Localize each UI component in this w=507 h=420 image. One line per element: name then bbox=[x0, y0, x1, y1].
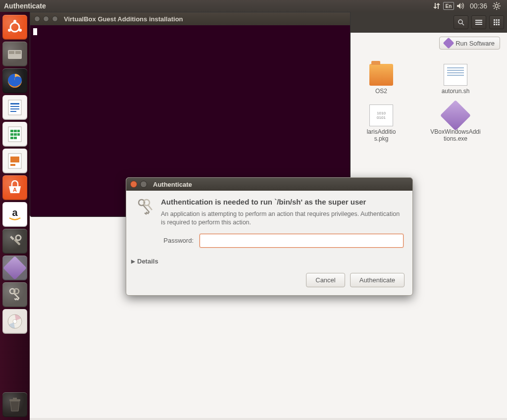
close-icon[interactable] bbox=[34, 16, 40, 22]
svg-point-16 bbox=[8, 74, 22, 88]
authenticate-dialog: Authenticate Authentication is needed to… bbox=[126, 177, 413, 296]
clock[interactable]: 00:36 bbox=[467, 2, 490, 10]
svg-point-0 bbox=[495, 4, 498, 7]
svg-line-7 bbox=[494, 8, 495, 9]
network-icon[interactable] bbox=[430, 0, 443, 12]
svg-point-10 bbox=[13, 20, 16, 23]
cursor-icon bbox=[33, 28, 37, 35]
run-software-label: Run Software bbox=[456, 40, 495, 47]
password-input[interactable] bbox=[200, 234, 404, 248]
launcher-vbox-disc[interactable] bbox=[2, 256, 27, 280]
svg-rect-33 bbox=[10, 164, 15, 166]
svg-line-6 bbox=[499, 8, 500, 9]
svg-point-38 bbox=[14, 289, 19, 294]
svg-rect-56 bbox=[498, 24, 500, 25]
file-item-vboxwin[interactable]: VBoxWindowsAddi tions.exe bbox=[421, 105, 490, 142]
svg-rect-23 bbox=[10, 130, 13, 132]
svg-rect-30 bbox=[14, 137, 17, 139]
file-label: autorun.sh bbox=[442, 88, 470, 95]
svg-line-44 bbox=[462, 23, 464, 25]
launcher-dash[interactable] bbox=[2, 15, 27, 40]
svg-rect-15 bbox=[15, 51, 21, 54]
file-label: VBoxWindowsAddi tions.exe bbox=[430, 128, 480, 142]
volume-icon[interactable] bbox=[454, 0, 467, 12]
svg-rect-18 bbox=[10, 103, 19, 105]
active-app-title: Authenticate bbox=[4, 2, 46, 10]
launcher-calc[interactable] bbox=[2, 122, 27, 147]
svg-rect-51 bbox=[494, 22, 495, 23]
file-grid: OS2 autorun.sh 10100101 larisAdditio s.p… bbox=[347, 64, 490, 142]
keyboard-indicator[interactable]: En bbox=[443, 2, 454, 10]
file-label: larisAdditio s.pkg bbox=[367, 128, 396, 142]
svg-rect-32 bbox=[10, 157, 19, 162]
launcher-disc[interactable] bbox=[2, 309, 27, 334]
file-item-pkg[interactable]: 10100101 larisAdditio s.pkg bbox=[347, 105, 416, 142]
svg-rect-42 bbox=[13, 398, 17, 399]
desktop: Run Software OS2 autorun.sh 10100101 lar… bbox=[30, 12, 507, 420]
exe-icon bbox=[444, 105, 467, 126]
search-icon[interactable] bbox=[454, 15, 468, 29]
svg-rect-31 bbox=[8, 154, 21, 168]
details-label: Details bbox=[137, 258, 158, 265]
file-item-autorun[interactable]: autorun.sh bbox=[421, 64, 490, 95]
launcher-settings[interactable] bbox=[2, 229, 27, 254]
svg-rect-55 bbox=[496, 24, 498, 25]
svg-rect-22 bbox=[8, 127, 21, 142]
launcher: A a bbox=[0, 12, 30, 420]
launcher-files[interactable] bbox=[2, 42, 27, 66]
run-software-button[interactable]: Run Software bbox=[439, 37, 500, 50]
launcher-software[interactable]: A bbox=[2, 175, 27, 200]
svg-point-9 bbox=[10, 23, 19, 32]
svg-rect-17 bbox=[8, 100, 21, 115]
password-label: Password: bbox=[161, 237, 194, 244]
launcher-trash[interactable] bbox=[2, 392, 27, 417]
svg-rect-14 bbox=[9, 51, 14, 54]
file-item-os2[interactable]: OS2 bbox=[347, 64, 416, 95]
svg-line-8 bbox=[499, 3, 500, 4]
launcher-keys[interactable] bbox=[2, 282, 27, 307]
launcher-writer[interactable] bbox=[2, 95, 27, 120]
chevron-right-icon: ▶ bbox=[131, 259, 135, 264]
launcher-impress[interactable] bbox=[2, 149, 27, 173]
script-icon bbox=[444, 64, 467, 86]
details-expander[interactable]: ▶ Details bbox=[126, 256, 412, 270]
svg-rect-19 bbox=[10, 106, 19, 107]
svg-rect-52 bbox=[496, 22, 498, 23]
dialog-titlebar[interactable]: Authenticate bbox=[126, 178, 412, 191]
svg-rect-26 bbox=[10, 133, 13, 136]
svg-rect-24 bbox=[14, 130, 17, 132]
maximize-icon[interactable] bbox=[52, 16, 58, 22]
top-menubar: Authenticate En 00:36 bbox=[0, 0, 507, 12]
authenticate-button[interactable]: Authenticate bbox=[350, 273, 405, 287]
launcher-amazon[interactable]: a bbox=[2, 202, 27, 227]
app-grid-icon[interactable] bbox=[489, 15, 504, 29]
svg-rect-28 bbox=[17, 133, 20, 136]
svg-point-12 bbox=[19, 29, 22, 32]
launcher-firefox[interactable] bbox=[2, 68, 27, 93]
svg-rect-25 bbox=[17, 130, 20, 132]
svg-rect-29 bbox=[10, 137, 13, 139]
terminal-titlebar[interactable]: VirtualBox Guest Additions installation bbox=[30, 12, 350, 25]
svg-point-36 bbox=[16, 235, 21, 240]
cancel-button[interactable]: Cancel bbox=[306, 273, 345, 287]
svg-rect-49 bbox=[496, 19, 498, 21]
svg-rect-20 bbox=[10, 108, 19, 109]
svg-point-40 bbox=[13, 319, 17, 323]
svg-text:a: a bbox=[12, 207, 18, 218]
pkg-icon: 10100101 bbox=[369, 105, 393, 126]
minimize-icon[interactable] bbox=[140, 181, 147, 188]
svg-rect-47 bbox=[475, 24, 482, 25]
close-icon[interactable] bbox=[130, 181, 137, 188]
svg-point-37 bbox=[10, 289, 15, 294]
svg-rect-53 bbox=[498, 22, 500, 23]
svg-rect-21 bbox=[10, 111, 16, 112]
svg-rect-54 bbox=[494, 24, 495, 25]
svg-rect-27 bbox=[14, 133, 17, 136]
system-gear-icon[interactable] bbox=[490, 0, 503, 12]
svg-line-5 bbox=[494, 3, 495, 4]
minimize-icon[interactable] bbox=[43, 16, 49, 22]
svg-rect-46 bbox=[475, 22, 482, 23]
diamond-icon bbox=[443, 38, 455, 49]
view-menu-icon[interactable] bbox=[471, 15, 486, 29]
svg-point-39 bbox=[8, 315, 22, 328]
